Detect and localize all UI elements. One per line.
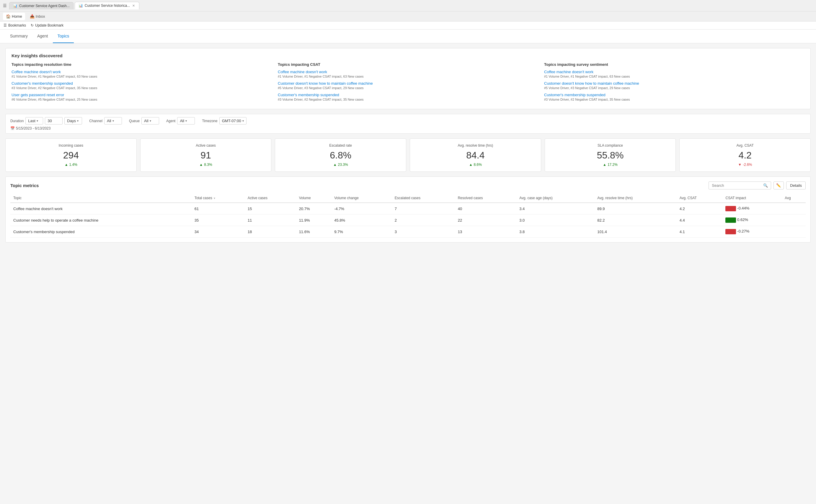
insight-link-2-2[interactable]: Customer doesn't know how to maintain co… [278, 81, 538, 86]
nav-inbox-label: Inbox [36, 14, 45, 19]
search-input[interactable] [712, 183, 761, 188]
table-body: Coffee machine doesn't work 61 15 20.7% … [10, 203, 806, 238]
filter-agent: Agent All ▾ [166, 117, 195, 125]
inbox-icon: 📥 [30, 14, 35, 19]
menu-icon[interactable]: ☰ [3, 3, 7, 8]
col-avg: Avg [782, 194, 806, 203]
duration-suffix-select[interactable]: Days ▾ [64, 117, 82, 125]
tab-historical[interactable]: 📊 Customer Service historica... ✕ [75, 2, 139, 9]
duration-suffix: Days [67, 119, 76, 123]
topic-metrics-header: Topic metrics 🔍 ✏️ Details [10, 181, 806, 189]
row1-resolve-time: 89.9 [594, 203, 676, 215]
calendar-icon: 📅 [10, 126, 15, 130]
row3-volume: 11.6% [296, 226, 331, 238]
channel-value: All [107, 119, 111, 123]
col-volume-change: Volume change [331, 194, 392, 203]
metric-avg-csat: Avg. CSAT 4.2 ▼ -2.6% [679, 138, 811, 172]
metric-value-1: 91 [145, 150, 266, 161]
insight-link-1-1[interactable]: Coffee machine doesn't work [12, 70, 272, 74]
col-escalated: Escalated cases [392, 194, 455, 203]
metric-change-3: ▲ 8.6% [415, 163, 536, 167]
col-total-cases[interactable]: Total cases ▾ [192, 194, 245, 203]
bookmarks-menu[interactable]: ☰ Bookmarks [4, 23, 26, 27]
filter-items: Duration Last ▾ 30 Days ▾ Channel All ▾ [10, 117, 806, 125]
tab-icon-2: 📊 [78, 4, 83, 8]
duration-value-select[interactable]: 30 [45, 117, 63, 125]
queue-select[interactable]: All ▾ [141, 117, 159, 125]
agent-value: All [180, 119, 184, 123]
metric-change-text-5: -2.6% [743, 163, 752, 167]
queue-label: Queue [129, 119, 140, 123]
tab-summary[interactable]: Summary [5, 30, 32, 43]
channel-select[interactable]: All ▾ [104, 117, 122, 125]
agent-chevron: ▾ [185, 119, 187, 122]
insights-col-resolution: Topics impacting resolution time Coffee … [12, 62, 272, 104]
insight-link-2-1[interactable]: Coffee machine doesn't work [278, 70, 538, 74]
col-avg-age: Avg. case age (days) [516, 194, 594, 203]
arrow-up-0: ▲ [65, 163, 68, 167]
insight-meta-2-1: #1 Volume Driver, #1 Negative CSAT impac… [278, 75, 538, 78]
metric-change-text-1: 8.3% [204, 163, 212, 167]
insight-meta-3-1: #1 Volume Driver, #1 Negative CSAT impac… [544, 75, 804, 78]
metric-escalated-rate: Escalated rate 6.8% ▲ 23.3% [275, 138, 406, 172]
metric-value-4: 55.8% [550, 150, 671, 161]
metric-change-text-0: 1.4% [69, 163, 77, 167]
col-avg-csat: Avg. CSAT [677, 194, 723, 203]
row2-escalated: 2 [392, 215, 455, 226]
insight-link-1-3[interactable]: User gets password reset error [12, 93, 272, 97]
bookmarks-label: Bookmarks [8, 23, 26, 27]
agent-select[interactable]: All ▾ [177, 117, 195, 125]
timezone-select[interactable]: GMT-07:00 ▾ [219, 117, 246, 125]
insight-link-2-3[interactable]: Customer's membership suspended [278, 93, 538, 97]
update-bookmark-button[interactable]: ↻ Update Bookmark [31, 23, 63, 27]
tab-close-button[interactable]: ✕ [132, 4, 135, 8]
table-row: Coffee machine doesn't work 61 15 20.7% … [10, 203, 806, 215]
filter-queue: Queue All ▾ [129, 117, 159, 125]
col-topic: Topic [10, 194, 192, 203]
insight-meta-1-2: #3 Volume Driver, #2 Negative CSAT impac… [12, 86, 272, 90]
insight-meta-2-2: #5 Volume Driver, #3 Negative CSAT impac… [278, 86, 538, 90]
row1-resolved: 40 [455, 203, 517, 215]
home-icon: 🏠 [6, 14, 11, 19]
col-avg-resolve: Avg. resolve time (hrs) [594, 194, 676, 203]
nav-home[interactable]: 🏠 Home [3, 13, 25, 20]
csat-bar-2 [725, 217, 736, 223]
csat-bar-1 [725, 206, 736, 211]
edit-icon-button[interactable]: ✏️ [774, 181, 784, 189]
arrow-up-4: ▲ [603, 163, 606, 167]
table-row: Customer's membership suspended 34 18 11… [10, 226, 806, 238]
insight-link-3-3[interactable]: Customer's membership suspended [544, 93, 804, 97]
row3-age: 3.8 [516, 226, 594, 238]
search-box[interactable]: 🔍 [709, 181, 771, 189]
insight-meta-2-3: #3 Volume Driver, #2 Negative CSAT impac… [278, 98, 538, 101]
timezone-chevron: ▾ [242, 119, 244, 122]
row2-csat: 4.4 [677, 215, 723, 226]
metric-avg-resolve: Avg. resolve time (hrs) 84.4 ▲ 8.6% [410, 138, 541, 172]
agent-label: Agent [166, 119, 175, 123]
row3-csat-impact: -0.27% [722, 226, 782, 238]
tab-agent-dash[interactable]: 📊 Customer Service Agent Dash... [9, 2, 73, 9]
insight-link-3-1[interactable]: Coffee machine doesn't work [544, 70, 804, 74]
arrow-down-5: ▼ [738, 163, 742, 167]
tab-label-2: Customer Service historica... [85, 4, 130, 8]
duration-prefix-select[interactable]: Last ▾ [25, 117, 43, 125]
row1-escalated: 7 [392, 203, 455, 215]
duration-label: Duration [10, 119, 24, 123]
topic-metrics-section: Topic metrics 🔍 ✏️ Details Topic [5, 176, 811, 243]
nav-inbox[interactable]: 📥 Inbox [27, 13, 48, 20]
tab-topics[interactable]: Topics [53, 30, 74, 43]
table-scroll[interactable]: Topic Total cases ▾ Active cases Volume [10, 194, 806, 238]
details-button[interactable]: Details [786, 181, 806, 189]
col-active-cases: Active cases [245, 194, 296, 203]
filters-row: Duration Last ▾ 30 Days ▾ Channel All ▾ [5, 114, 811, 134]
metric-incoming-cases: Incoming cases 294 ▲ 1.4% [5, 138, 137, 172]
metric-title-3: Avg. resolve time (hrs) [415, 143, 536, 148]
metric-change-text-3: 8.6% [474, 163, 482, 167]
metric-change-text-4: 17.2% [608, 163, 618, 167]
duration-value: 30 [48, 119, 52, 123]
metric-title-1: Active cases [145, 143, 266, 148]
row2-topic: Customer needs help to operate a coffee … [10, 215, 192, 226]
insight-link-3-2[interactable]: Customer doesn't know how to maintain co… [544, 81, 804, 86]
tab-agent[interactable]: Agent [32, 30, 53, 43]
insight-link-1-2[interactable]: Customer's membership suspended [12, 81, 272, 86]
